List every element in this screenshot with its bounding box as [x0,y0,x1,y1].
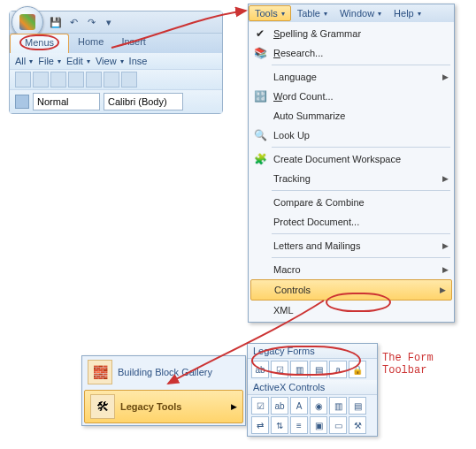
tab-insert[interactable]: Insert [112,34,155,53]
ribbon-toolbar: All File Edit View Inse [10,53,222,69]
mi-macro[interactable]: Macro▶ [249,260,454,279]
textfield-icon[interactable]: ab [251,361,269,378]
shading-icon[interactable]: a [329,361,347,378]
menubar-window[interactable]: Window [334,5,388,21]
frame-icon[interactable]: ▤ [310,361,327,378]
mi-research[interactable]: 📚Research... [249,43,454,63]
open-icon[interactable] [33,72,49,88]
menu-view[interactable]: View [96,56,124,66]
tab-menus[interactable]: Menus [10,34,69,53]
chevron-right-icon: ▶ [442,72,449,81]
books-icon: 📚 [252,45,268,61]
separator [272,257,450,258]
print-icon[interactable] [86,72,102,88]
chevron-right-icon: ▶ [231,402,237,411]
search-icon: 🔍 [252,127,268,143]
ax-image-icon[interactable]: ▣ [310,416,327,434]
ax-checkbox-icon[interactable]: ☑ [251,397,269,415]
controls-popup: 🧱 Building Block Gallery 🛠 Legacy Tools … [81,355,246,426]
mi-protect-label: Protect Document... [273,217,359,227]
mi-research-label: Research... [273,48,323,58]
ax-scroll-icon[interactable]: ≡ [290,416,308,434]
legacy-tools-icon: 🛠 [90,394,115,419]
ax-button-icon[interactable]: ▭ [329,416,347,434]
popup-building-block[interactable]: 🧱 Building Block Gallery [82,356,245,388]
mi-macro-label: Macro [273,264,301,275]
style-gallery-icon[interactable] [15,95,29,109]
cut-icon[interactable] [121,72,137,88]
palette-activex-icons: ☑ ab A ◉ ▥ ▤ ⇄ ⇅ ≡ ▣ ▭ ⚒ [248,395,377,436]
menu-file[interactable]: File [38,56,61,66]
dropdown-icon[interactable]: ▥ [290,361,308,378]
menu-all[interactable]: All [15,56,33,66]
tab-home[interactable]: Home [69,34,112,53]
qat-dropdown-icon[interactable]: ▾ [101,14,117,30]
mi-autosum[interactable]: Auto Summarize [249,106,454,126]
redo-icon[interactable]: ↷ [83,14,99,30]
style-box[interactable]: Normal [33,93,100,110]
save2-icon[interactable] [50,72,66,88]
mail-icon[interactable] [68,72,84,88]
mi-xml[interactable]: XML [249,301,454,320]
menu-edit[interactable]: Edit [66,56,90,66]
ax-more-icon[interactable]: ⚒ [349,416,366,434]
mi-spelling-label: Spelling & Grammar [273,28,361,39]
popup-legacy-label: Legacy Tools [120,401,181,412]
ax-option-icon[interactable]: ◉ [310,397,327,415]
new-icon[interactable] [15,72,31,88]
mi-language[interactable]: Language▶ [249,67,454,87]
mi-wordcount-label: Word Count... [273,91,334,102]
checkbox-icon[interactable]: ☑ [271,361,288,378]
mi-tracking[interactable]: Tracking▶ [249,169,454,188]
mi-letters-label: Letters and Mailings [273,240,360,251]
ax-toggle-icon[interactable]: ⇄ [251,416,269,434]
menu-insert[interactable]: Inse [129,56,148,66]
check-icon: ✔ [252,26,268,42]
tools-menu: Tools Table Window Help ✔Spelling & Gram… [248,4,455,323]
mi-letters[interactable]: Letters and Mailings▶ [249,236,454,255]
quick-access-toolbar: 💾 ↶ ↷ ▾ [10,11,222,33]
mi-compare[interactable]: Compare & Combine [249,193,454,212]
ax-label-icon[interactable]: A [290,397,308,415]
popup-legacy-tools[interactable]: 🛠 Legacy Tools ▶ [84,390,243,423]
mi-controls-label: Controls [274,285,311,295]
mi-language-label: Language [273,72,317,82]
mi-controls[interactable]: Controls▶ [250,279,452,301]
menubar-table[interactable]: Table [291,5,334,21]
lock-icon[interactable]: 🔒 [349,361,366,378]
menubar-help[interactable]: Help [388,5,427,21]
popup-bbg-label: Building Block Gallery [118,367,212,377]
legacy-palette: Legacy Forms ab ☑ ▥ ▤ a 🔒 ActiveX Contro… [247,343,378,437]
mi-spelling[interactable]: ✔Spelling & Grammar [249,24,454,43]
mi-docws[interactable]: 🧩Create Document Workspace [249,149,454,169]
chevron-right-icon: ▶ [442,265,449,274]
ribbon-iconrow [10,69,222,89]
ax-combo-icon[interactable]: ▤ [349,397,366,415]
separator [272,65,450,65]
menubar: Tools Table Window Help [249,4,454,22]
mi-protect[interactable]: Protect Document... [249,212,454,232]
mi-compare-label: Compare & Combine [273,197,365,208]
mi-lookup[interactable]: 🔍Look Up [249,126,454,145]
mi-autosum-label: Auto Summarize [273,110,345,121]
ribbon-formatrow: Normal Calibri (Body) [10,89,222,113]
tab-menus-label: Menus [19,34,59,50]
annotation-note: The Form Toolbar [382,352,476,377]
mi-tracking-label: Tracking [273,173,311,184]
wordcount-icon: 🔡 [252,88,268,104]
font-box[interactable]: Calibri (Body) [104,93,183,110]
preview-icon[interactable] [104,72,119,88]
ax-textbox-icon[interactable]: ab [271,397,288,415]
ax-spin-icon[interactable]: ⇅ [271,416,288,434]
chevron-right-icon: ▶ [440,285,446,294]
save-icon[interactable]: 💾 [48,14,64,30]
ribbon-window: 💾 ↶ ↷ ▾ Menus Home Insert All File Edit … [9,11,223,114]
menubar-tools[interactable]: Tools [249,5,291,21]
undo-icon[interactable]: ↶ [65,14,81,30]
mi-wordcount[interactable]: 🔡Word Count... [249,87,454,106]
separator [272,147,450,148]
separator [272,233,450,234]
office-logo-icon [19,14,35,30]
palette-legacy-forms-icons: ab ☑ ▥ ▤ a 🔒 [248,359,377,380]
ax-list-icon[interactable]: ▥ [329,397,347,415]
